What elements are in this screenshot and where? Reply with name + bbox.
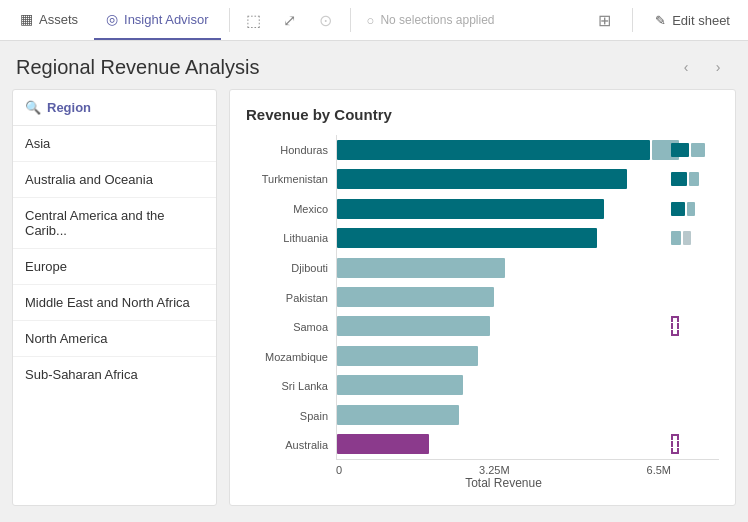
sidebar-search: 🔍 Region xyxy=(13,90,216,126)
tab-assets[interactable]: ▦ Assets xyxy=(8,0,90,40)
x-tick-0: 0 xyxy=(336,464,342,476)
bar-spain-light xyxy=(337,405,459,425)
pencil-icon: ✎ xyxy=(655,13,666,28)
search-icon: 🔍 xyxy=(25,100,41,115)
tab-insight-advisor-label: Insight Advisor xyxy=(124,12,209,27)
next-arrow[interactable]: › xyxy=(704,53,732,81)
sidebar-item-asia[interactable]: Asia xyxy=(13,126,216,162)
grid-btn[interactable]: ⊞ xyxy=(588,4,620,36)
prev-arrow[interactable]: ‹ xyxy=(672,53,700,81)
sidebar-item-sub-saharan[interactable]: Sub-Saharan Africa xyxy=(13,357,216,392)
bar-australia-purple xyxy=(337,434,429,454)
y-label-spain: Spain xyxy=(246,401,336,431)
y-label-djibouti: Djibouti xyxy=(246,253,336,283)
divider-1 xyxy=(229,8,230,32)
x-axis-label: Total Revenue xyxy=(465,476,542,490)
zoom-btn[interactable]: ⤢ xyxy=(274,4,306,36)
edit-sheet-btn[interactable]: ✎ Edit sheet xyxy=(645,9,740,32)
bar-row-lithuania xyxy=(337,223,719,252)
y-label-australia: Australia xyxy=(246,430,336,460)
toolbar: ▦ Assets ◎ Insight Advisor ⬚ ⤢ ⊙ ○ No se… xyxy=(0,0,748,41)
sidebar-item-australia[interactable]: Australia and Oceania xyxy=(13,162,216,198)
chart-panel: Revenue by Country Honduras Turkmenistan… xyxy=(229,89,736,506)
y-label-honduras: Honduras xyxy=(246,135,336,165)
sidebar-item-north-america[interactable]: North America xyxy=(13,321,216,357)
y-label-mexico: Mexico xyxy=(246,194,336,224)
bar-row-australia xyxy=(337,430,719,459)
sidebar-item-europe[interactable]: Europe xyxy=(13,249,216,285)
bar-row-turkmenistan xyxy=(337,164,719,193)
select-region-btn[interactable]: ⬚ xyxy=(238,4,270,36)
x-tick-2: 6.5M xyxy=(647,464,671,476)
y-label-lithuania: Lithuania xyxy=(246,224,336,254)
bar-mexico-teal xyxy=(337,199,604,219)
bar-djibouti-light xyxy=(337,258,505,278)
divider-3 xyxy=(632,8,633,32)
bar-honduras-teal xyxy=(337,140,650,160)
lasso-btn[interactable]: ⊙ xyxy=(310,4,342,36)
divider-2 xyxy=(350,8,351,32)
bar-row-spain xyxy=(337,400,719,429)
tab-assets-label: Assets xyxy=(39,12,78,27)
page-title: Regional Revenue Analysis xyxy=(16,56,260,79)
bar-row-djibouti xyxy=(337,253,719,282)
no-selections-icon: ○ xyxy=(367,13,375,28)
nav-arrows: ‹ › xyxy=(672,53,732,81)
edit-sheet-label: Edit sheet xyxy=(672,13,730,28)
bar-row-mexico xyxy=(337,194,719,223)
bar-row-mozambique xyxy=(337,341,719,370)
y-label-turkmenistan: Turkmenistan xyxy=(246,165,336,195)
field-label: Region xyxy=(47,100,91,115)
bar-srilanka-light xyxy=(337,375,463,395)
bar-row-honduras xyxy=(337,135,719,164)
tab-insight-advisor[interactable]: ◎ Insight Advisor xyxy=(94,0,221,40)
toolbar-right: ⊞ ✎ Edit sheet xyxy=(588,4,740,36)
insight-advisor-icon: ◎ xyxy=(106,11,118,27)
sidebar: 🔍 Region Asia Australia and Oceania Cent… xyxy=(12,89,217,506)
bar-turkmenistan-teal xyxy=(337,169,627,189)
bar-samoa-light xyxy=(337,316,490,336)
bar-mozambique-light xyxy=(337,346,478,366)
page-header: Regional Revenue Analysis ‹ › xyxy=(0,41,748,89)
right-overlay xyxy=(671,135,719,459)
x-tick-1: 3.25M xyxy=(479,464,510,476)
bar-lithuania-teal xyxy=(337,228,597,248)
no-selections-label: No selections applied xyxy=(380,13,494,27)
sidebar-item-central-america[interactable]: Central America and the Carib... xyxy=(13,198,216,249)
chart-title: Revenue by Country xyxy=(246,106,719,123)
y-label-mozambique: Mozambique xyxy=(246,342,336,372)
bar-row-srilanka xyxy=(337,371,719,400)
bar-pakistan-light xyxy=(337,287,494,307)
y-label-srilanka: Sri Lanka xyxy=(246,371,336,401)
y-label-samoa: Samoa xyxy=(246,312,336,342)
assets-icon: ▦ xyxy=(20,11,33,27)
main-content: 🔍 Region Asia Australia and Oceania Cent… xyxy=(0,89,748,518)
y-label-pakistan: Pakistan xyxy=(246,283,336,313)
sidebar-item-middle-east[interactable]: Middle East and North Africa xyxy=(13,285,216,321)
no-selections: ○ No selections applied xyxy=(359,13,503,28)
bar-row-samoa xyxy=(337,312,719,341)
bar-row-pakistan xyxy=(337,282,719,311)
